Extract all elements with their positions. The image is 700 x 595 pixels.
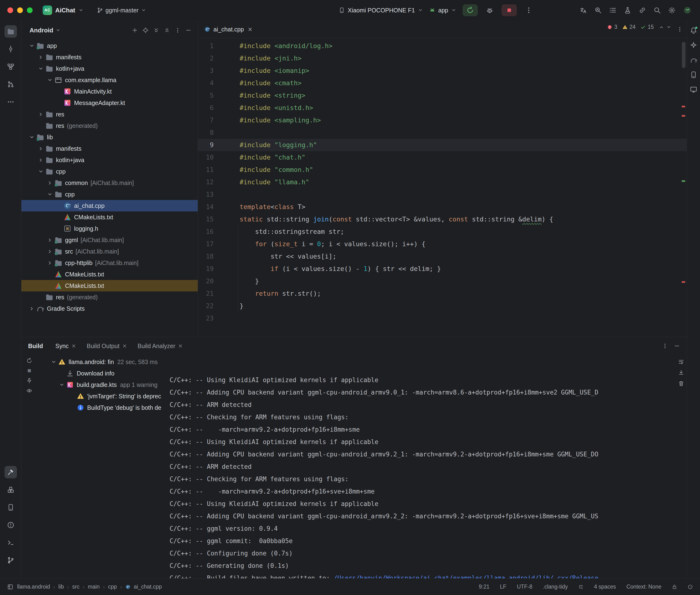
experiments-flask-icon[interactable] [624,6,632,14]
vcs-branch-widget[interactable]: ggml-master [97,7,146,14]
code-line-10[interactable]: 10#include "chat.h" [198,151,687,164]
chevron-right-icon[interactable] [36,154,45,166]
tree-row-logging-h[interactable]: Hlogging.h [22,223,198,234]
indent-widget[interactable]: 4 spaces [594,584,616,590]
minimize-panel-icon[interactable] [674,343,680,349]
project-widget[interactable]: AC AiChat [43,5,84,15]
code-line-19[interactable]: 19 if (i < values.size() - 1) { str << d… [198,263,687,275]
code-line-22[interactable]: 22} [198,300,687,312]
line-number[interactable]: 23 [198,312,222,324]
code-line-8[interactable]: 8 [198,126,687,139]
line-number[interactable]: 21 [198,287,222,300]
code-text[interactable]: #include <android/log.h> [222,40,333,52]
line-number[interactable]: 6 [198,102,222,114]
tree-row-res[interactable]: res(generated) [22,120,198,132]
tree-row-lib[interactable]: lib [22,132,198,143]
tree-row-messageadapter-kt[interactable]: MessageAdapter.kt [22,97,198,109]
terminal-tool-button[interactable] [4,536,17,549]
code-line-6[interactable]: 6#include <unistd.h> [198,102,687,114]
line-number[interactable]: 9 [198,139,222,151]
code-line-2[interactable]: 2#include <jni.h> [198,52,687,64]
tab-build-analyzer[interactable]: Build Analyzer × [138,343,183,349]
code-text[interactable]: std::ostringstream str; [222,225,344,238]
breadcrumb-item[interactable]: main [88,584,100,590]
code-text[interactable]: #include <jni.h> [222,52,302,64]
chevron-down-icon[interactable] [45,189,54,200]
options-kebab-icon[interactable] [175,27,181,33]
find-action-icon[interactable] [594,6,602,14]
pull-requests-tool-button[interactable] [4,78,17,90]
code-line-16[interactable]: 16 std::ostringstream str; [198,225,687,238]
add-icon[interactable] [132,27,138,33]
run-configuration-selector[interactable]: app [429,7,456,14]
code-line-13[interactable]: 13 [198,188,687,201]
chevron-right-icon[interactable] [36,51,45,63]
tree-row-com-example-llama[interactable]: com.example.llama [22,74,198,86]
more-run-actions-button[interactable] [523,4,534,16]
line-number[interactable]: 17 [198,238,222,250]
chevron-down-icon[interactable] [57,379,66,391]
chevron-right-icon[interactable] [36,109,45,120]
line-number[interactable]: 20 [198,275,222,287]
tree-row-cpp[interactable]: cpp [22,166,198,177]
previous-issue-icon[interactable] [659,25,664,30]
code-text[interactable]: } [222,300,244,312]
ai-assistant-tool-button[interactable] [688,40,699,51]
code-text[interactable]: #include <cmath> [222,77,302,89]
tree-row-cmakelists-txt[interactable]: CMakeLists.txt [22,211,198,223]
tree-row-cpp[interactable]: cpp [22,189,198,200]
tool-windows-icon[interactable] [7,584,13,590]
profile-avatar[interactable] [683,6,692,15]
line-number[interactable]: 18 [198,250,222,263]
build-event-row[interactable]: Download info [22,368,170,379]
build-event-row[interactable]: 'jvmTarget': String' is deprec [22,391,170,402]
close-tab-icon[interactable]: × [178,343,183,349]
chevron-down-icon[interactable] [27,132,36,143]
code-text[interactable]: #include "chat.h" [222,151,305,164]
chevron-right-icon[interactable] [45,234,54,246]
chevron-down-icon[interactable] [27,40,36,51]
breadcrumb-item[interactable]: cpp [108,584,117,590]
error-stripe-mark[interactable] [682,106,685,107]
editor-tab-ai-chat-cpp[interactable]: C++ ai_chat.cpp × [198,21,257,38]
more-tool-windows-button[interactable] [4,96,17,108]
code-text[interactable]: #include <sampling.h> [222,114,321,126]
chevron-right-icon[interactable] [45,257,54,268]
code-line-15[interactable]: 15static std::string join(const std::vec… [198,213,687,225]
chevron-down-icon[interactable] [36,63,45,74]
chevron-right-icon[interactable] [36,143,45,154]
locate-file-icon[interactable] [142,27,149,33]
tree-row-kotlin-java[interactable]: kotlin+java [22,154,198,166]
hide-panel-icon[interactable] [185,27,192,33]
error-stripe[interactable] [680,38,687,337]
code-line-20[interactable]: 20 } [198,275,687,287]
editor-options-icon[interactable] [677,26,683,32]
tab-sync[interactable]: Sync × [56,343,76,349]
problems-tool-button[interactable] [4,519,17,531]
tree-row-mainactivity-kt[interactable]: MainActivity.kt [22,86,198,97]
line-number[interactable]: 14 [198,201,222,213]
collapse-all-icon[interactable] [164,27,170,33]
build-window-title[interactable]: Build [28,343,43,349]
chevron-down-icon[interactable] [45,74,54,86]
build-event-row[interactable]: build.gradle.ktsapp 1 warning [22,379,170,391]
breadcrumb-item[interactable]: llama.android [17,584,50,590]
clear-all-icon[interactable] [678,380,684,387]
zoom-window-button[interactable] [27,7,33,13]
tab-build-output[interactable]: Build Output × [87,343,127,349]
sync-console[interactable]: C/C++: -- Using KleidiAI optimized kerne… [170,355,670,578]
running-devices-tool-button[interactable] [688,84,699,95]
code-line-3[interactable]: 3#include <iomanip> [198,64,687,77]
code-text[interactable]: if (i < values.size() - 1) { str << deli… [222,263,441,275]
soft-wrap-icon[interactable] [678,359,684,365]
tree-row-common[interactable]: common[AiChat.lib.main] [22,177,198,189]
code-text[interactable]: #include "common.h" [222,164,313,176]
code-line-7[interactable]: 7#include <sampling.h> [198,114,687,126]
version-control-tool-button[interactable] [4,554,17,566]
code-area[interactable]: 1#include <android/log.h>2#include <jni.… [198,38,687,337]
tree-row-cmakelists-txt[interactable]: CMakeLists.txt [22,280,198,291]
chevron-right-icon[interactable] [27,303,36,314]
structure-tool-button[interactable] [4,60,17,73]
code-line-18[interactable]: 18 str << values[i]; [198,250,687,263]
breadcrumb-item[interactable]: src [72,584,80,590]
